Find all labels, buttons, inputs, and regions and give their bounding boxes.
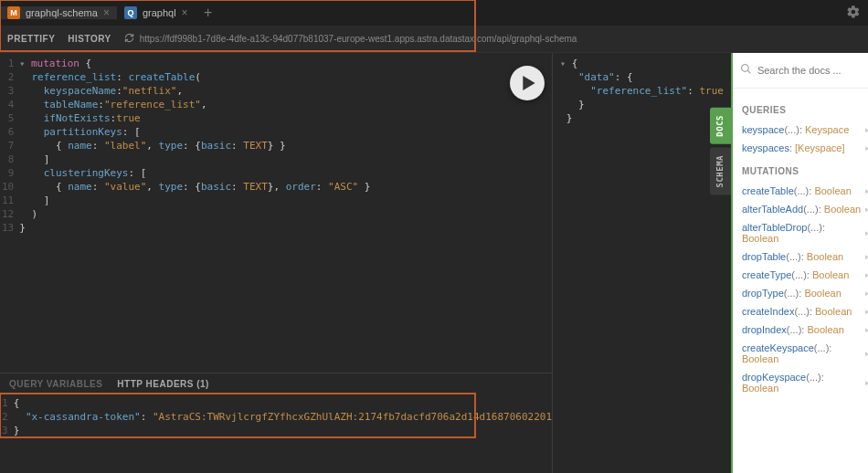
docs-section-title: MUTATIONS (742, 166, 868, 176)
docs-search (733, 53, 868, 89)
close-icon[interactable]: × (182, 6, 188, 19)
variables-panel: QUERY VARIABLES HTTP HEADERS (1) 123 { "… (0, 373, 552, 473)
docs-panel: QUERIESkeyspace(...): Keyspace▸keyspaces… (731, 53, 868, 473)
search-icon (740, 62, 752, 79)
docs-tab[interactable]: DOCS (710, 108, 731, 144)
execute-button[interactable] (510, 66, 545, 100)
docs-item-createKeyspace[interactable]: createKeyspace(...): Boolean▸ (742, 339, 868, 368)
docs-section-title: QUERIES (742, 105, 868, 115)
docs-item-createTable[interactable]: createTable(...): Boolean▸ (742, 182, 868, 200)
query-editor[interactable]: 12345678910111213 ▾ mutation { reference… (0, 53, 552, 373)
docs-item-dropTable[interactable]: dropTable(...): Boolean▸ (742, 247, 868, 266)
docs-item-createType[interactable]: createType(...): Boolean▸ (742, 266, 868, 284)
editor-column: 12345678910111213 ▾ mutation { reference… (0, 53, 552, 473)
tab-badge: M (7, 6, 20, 19)
headers-editor[interactable]: 123 { "x-cassandra-token": "AstraCS:TWRv… (0, 394, 552, 473)
new-tab-button[interactable]: + (196, 5, 221, 21)
docs-search-input[interactable] (757, 65, 868, 76)
tab-http-headers[interactable]: HTTP HEADERS (1) (117, 379, 209, 389)
prettify-button[interactable]: PRETTIFY (7, 34, 55, 44)
tab-label: graphql-schema (26, 7, 98, 18)
docs-item-dropKeyspace[interactable]: dropKeyspace(...): Boolean▸ (742, 368, 868, 397)
tab-graphql[interactable]: Q graphql × (117, 6, 196, 19)
docs-item-alterTableAdd[interactable]: alterTableAdd(...): Boolean▸ (742, 200, 868, 218)
docs-item-alterTableDrop[interactable]: alterTableDrop(...): Boolean▸ (742, 218, 868, 247)
endpoint-url-text: https://fdf998b1-7d8e-4dfe-a13c-94d077b8… (140, 34, 577, 44)
reload-icon[interactable] (124, 33, 134, 45)
endpoint-url[interactable]: https://fdf998b1-7d8e-4dfe-a13c-94d077b8… (124, 33, 861, 45)
close-icon[interactable]: × (103, 6, 110, 19)
tab-badge: Q (124, 6, 137, 19)
docs-item-createIndex[interactable]: createIndex(...): Boolean▸ (742, 302, 868, 321)
settings-gear-icon[interactable] (846, 5, 861, 23)
tab-label: graphql (143, 7, 176, 18)
docs-item-keyspaces[interactable]: keyspaces: [Keyspace]▸ (742, 139, 868, 157)
result-panel: ▾ { "data": { "reference_list": true } }… (552, 53, 731, 473)
docs-item-dropType[interactable]: dropType(...): Boolean▸ (742, 284, 868, 302)
docs-item-keyspace[interactable]: keyspace(...): Keyspace▸ (742, 121, 868, 139)
docs-item-dropIndex[interactable]: dropIndex(...): Boolean▸ (742, 321, 868, 339)
tabs-bar: M graphql-schema ×Q graphql × + (0, 0, 868, 26)
tab-graphql-schema[interactable]: M graphql-schema × (0, 6, 117, 19)
toolbar: PRETTIFY HISTORY https://fdf998b1-7d8e-4… (0, 26, 868, 53)
svg-point-0 (742, 65, 749, 72)
svg-line-1 (747, 70, 750, 73)
history-button[interactable]: HISTORY (68, 34, 111, 44)
schema-tab[interactable]: SCHEMA (710, 148, 731, 195)
tab-query-variables[interactable]: QUERY VARIABLES (9, 379, 102, 389)
